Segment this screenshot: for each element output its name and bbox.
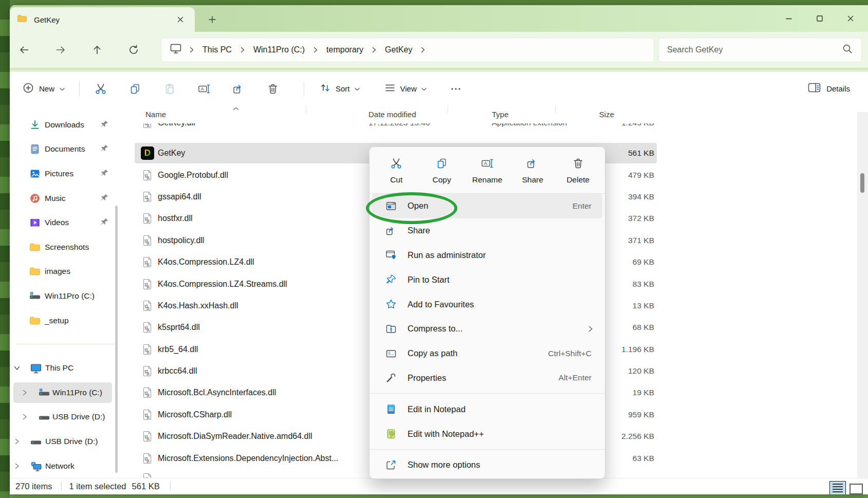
sidebar-item-screenshots[interactable]: Screenshots [10, 235, 119, 260]
breadcrumb-chevron-icon [239, 46, 246, 53]
sidebar-tree-usb-drive-d-[interactable]: USB Drive (D:) [10, 429, 119, 454]
maximize-button[interactable] [804, 9, 835, 28]
scrollbar-thumb[interactable] [860, 173, 864, 193]
refresh-icon [127, 44, 140, 56]
sidebar-item-images[interactable]: images [10, 260, 119, 284]
menu-item-open[interactable]: Open Enter [372, 194, 602, 218]
drive-icon [30, 436, 42, 447]
forward-button[interactable] [49, 39, 72, 61]
minimize-button[interactable] [773, 9, 804, 28]
new-button[interactable]: New [17, 79, 70, 99]
view-button[interactable]: View [378, 79, 433, 99]
more-toolbar-button[interactable] [445, 78, 467, 100]
sidebar-item-videos[interactable]: Videos [10, 210, 119, 235]
details-pane-button[interactable]: Details [803, 79, 855, 99]
sidebar-tree-this-pc[interactable]: This PC [10, 356, 119, 380]
menu-item-edit-in-notepad[interactable]: Edit in Notepad [372, 397, 602, 421]
copy-button[interactable] [123, 78, 147, 100]
search-input[interactable]: Search GetKey [658, 38, 862, 62]
menu-item-show-more-options[interactable]: Show more options [372, 453, 602, 477]
system-drive-icon [38, 388, 50, 398]
breadcrumb-chevron-icon [312, 46, 319, 53]
breadcrumb-item[interactable]: GetKey [384, 43, 413, 57]
sidebar-tree-win11pro-c-[interactable]: Win11Pro (C:) [10, 380, 119, 405]
menu-item-copy-as-path[interactable]: \\.. Copy as path Ctrl+Shift+C [372, 341, 602, 366]
rename-button[interactable]: A [192, 78, 216, 100]
chevron-right-icon [189, 46, 195, 53]
column-header-name[interactable]: Name [145, 110, 166, 119]
sidebar-item-win11pro-c-[interactable]: Win11Pro (C:) [10, 284, 119, 308]
tree-expander[interactable] [13, 438, 21, 445]
file-name: Google.Protobuf.dll [158, 171, 228, 180]
view-icon [384, 82, 396, 96]
sidebar-item-documents[interactable]: Documents [10, 137, 119, 162]
share-icon [526, 157, 539, 170]
share-button[interactable] [226, 78, 251, 100]
context-rename-button[interactable]: A Rename [465, 148, 510, 193]
tree-expander[interactable] [21, 413, 29, 420]
delete-button[interactable] [261, 78, 285, 100]
column-header-size[interactable]: Size [599, 110, 614, 119]
breadcrumb-item[interactable]: Win11Pro (C:) [252, 43, 306, 57]
dll-file-icon [142, 234, 153, 247]
plus-circle-icon [22, 82, 34, 94]
chevron-right-icon [21, 413, 28, 420]
sidebar-scrollbar[interactable] [115, 206, 118, 473]
column-header-date-modified[interactable]: Date modified [368, 110, 416, 119]
selection-count: 1 item selected [69, 482, 126, 491]
sidebar-tree-network[interactable]: Network [10, 454, 119, 478]
sort-icon [319, 82, 331, 96]
sidebar-item--setup[interactable]: _setup [10, 308, 119, 333]
pin-icon [101, 193, 109, 204]
context-delete-button[interactable]: Delete [556, 148, 601, 193]
context-cut-button[interactable]: Cut [374, 148, 419, 193]
sort-button[interactable]: Sort [313, 79, 366, 99]
file-size: 19 KB [633, 388, 654, 397]
menu-item-properties[interactable]: Properties Alt+Enter [372, 366, 602, 391]
sidebar-item-music[interactable]: Music [10, 186, 119, 211]
menu-item-run-as-administrator[interactable]: Run as administrator [372, 243, 602, 268]
vertical-scrollbar[interactable] [857, 112, 868, 478]
menu-item-add-to-favourites[interactable]: Add to Favourites [372, 292, 602, 317]
plus-circle-icon [22, 82, 34, 96]
tab-getkey[interactable]: GetKey [10, 7, 195, 32]
clipped-file-row[interactable]: GetKey.dll 17.11.2023 15:46 Application … [119, 123, 868, 142]
menu-item-share[interactable]: Share [372, 218, 602, 243]
tree-expander[interactable] [13, 364, 21, 372]
tree-expander[interactable] [21, 389, 29, 396]
breadcrumb-item[interactable]: This PC [201, 43, 233, 57]
shortcut-hint: Ctrl+Shift+C [548, 349, 592, 358]
tab-close-icon[interactable] [173, 12, 188, 27]
dll-file-icon [142, 212, 153, 225]
shortcut-hint: Enter [572, 201, 592, 211]
refresh-button[interactable] [122, 39, 145, 61]
menu-item-compress-to-[interactable]: Compress to... [372, 317, 602, 341]
folder-icon [17, 14, 27, 25]
dll-file-icon [142, 123, 153, 129]
file-name: Microsoft.Extensions.DependencyInjection… [158, 454, 338, 463]
sidebar-tree-usb-drive-d-[interactable]: USB Drive (D:) [10, 405, 119, 430]
back-button[interactable] [13, 39, 35, 61]
context-copy-button[interactable]: Copy [419, 148, 464, 193]
menu-item-edit-with-notepad-[interactable]: Edit with Notepad++ [372, 421, 602, 446]
file-size: 13 KB [633, 301, 654, 310]
column-header-type[interactable]: Type [492, 110, 509, 119]
paste-button[interactable] [157, 78, 182, 100]
large-icons-view-toggle[interactable] [849, 484, 863, 494]
dll-file-icon [142, 169, 153, 181]
context-share-button[interactable]: Share [510, 148, 555, 193]
new-tab-button[interactable] [204, 12, 220, 27]
breadcrumb-item[interactable]: temporary [325, 43, 364, 57]
up-button[interactable] [86, 39, 108, 61]
menu-item-pin-to-start[interactable]: Pin to Start [372, 267, 602, 292]
sidebar-item-pictures[interactable]: Pictures [10, 161, 119, 186]
cut-icon [390, 157, 402, 170]
close-button[interactable] [835, 9, 866, 28]
file-name: K4os.Compression.LZ4.dll [158, 257, 254, 267]
tree-expander[interactable] [13, 463, 21, 470]
details-view-toggle[interactable] [829, 481, 846, 494]
breadcrumb[interactable]: This PCWin11Pro (C:)temporaryGetKey [161, 38, 654, 62]
pin-icon [101, 120, 109, 130]
sidebar-item-downloads[interactable]: Downloads [10, 113, 119, 137]
cut-button[interactable] [88, 78, 113, 100]
